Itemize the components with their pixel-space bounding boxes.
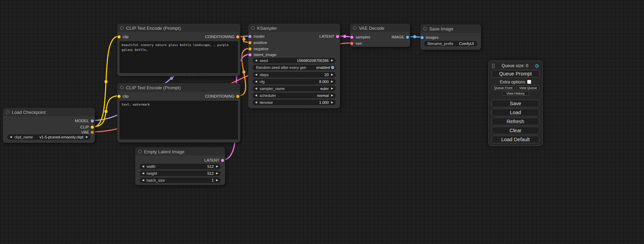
input-dot-latent-image[interactable]: [248, 53, 252, 56]
collapse-dot-icon[interactable]: [138, 150, 142, 153]
toggle-knob-icon[interactable]: [331, 66, 334, 69]
output-dot-image[interactable]: [406, 36, 409, 39]
increment-arrow-icon[interactable]: ▶: [331, 59, 333, 62]
input-dot-images[interactable]: [421, 36, 424, 39]
node-save-image[interactable]: Save Image images filename_prefix ComfyU…: [420, 24, 481, 50]
input-dot-positive[interactable]: [248, 41, 252, 44]
output-label: CONDITIONING: [205, 35, 235, 39]
increment-arrow-icon[interactable]: ▶: [331, 94, 333, 97]
output-dot-conditioning[interactable]: [236, 95, 239, 98]
drag-handle-icon[interactable]: [492, 63, 495, 68]
settings-gear-icon[interactable]: ⚙: [535, 63, 539, 69]
height-widget[interactable]: ◀ height 512 ▶: [140, 171, 221, 176]
cfg-widget[interactable]: ◀ cfg 8.000 ▶: [253, 79, 336, 84]
wire-midpoint-dot: [105, 80, 108, 83]
output-dot-latent[interactable]: [221, 159, 224, 162]
view-queue-button[interactable]: View Queue: [517, 85, 539, 90]
wire-midpoint-dot: [170, 77, 173, 80]
queue-prompt-button[interactable]: Queue Prompt: [492, 70, 539, 78]
node-empty-latent-image[interactable]: Empty Latent Image LATENT ◀ width 512 ▶ …: [135, 147, 225, 185]
node-title: Empty Latent Image: [144, 149, 184, 154]
increment-arrow-icon[interactable]: ▶: [216, 165, 218, 168]
output-slot-conditioning: CONDITIONING: [117, 34, 240, 39]
decrement-arrow-icon[interactable]: ◀: [255, 101, 257, 104]
filename-prefix-widget[interactable]: filename_prefix ComfyUI: [424, 41, 477, 46]
decrement-arrow-icon[interactable]: ◀: [255, 80, 257, 83]
sampler-name-widget[interactable]: ◀ sampler_name euler ▶: [253, 86, 336, 91]
width-widget[interactable]: ◀ width 512 ▶: [140, 164, 221, 169]
denoise-widget[interactable]: ◀ denoise 1.000 ▶: [253, 100, 336, 105]
output-dot-clip[interactable]: [91, 126, 94, 129]
increment-arrow-icon[interactable]: ▶: [331, 101, 333, 104]
input-dot-negative[interactable]: [248, 47, 252, 51]
view-history-row: View History: [492, 91, 539, 96]
node-title-bar[interactable]: CLIP Text Encode (Prompt): [117, 83, 240, 92]
output-label: LATENT: [319, 34, 334, 38]
increment-arrow-icon[interactable]: ▶: [216, 179, 218, 182]
ckpt-name-widget[interactable]: ◀ ckpt_name v1-5-pruned-emaonly.ckpt ▶: [7, 134, 90, 140]
load-button[interactable]: Load: [492, 109, 539, 116]
output-label: CLIP: [80, 125, 89, 129]
save-button[interactable]: Save: [492, 100, 539, 107]
output-dot-vae[interactable]: [91, 131, 94, 134]
node-title: CLIP Text Encode (Prompt): [126, 85, 181, 90]
decrement-arrow-icon[interactable]: ◀: [255, 94, 257, 97]
random-seed-toggle-widget[interactable]: Random seed after every gen enabled: [253, 65, 336, 70]
scheduler-widget[interactable]: ◀ scheduler normal ▶: [253, 93, 336, 98]
node-load-checkpoint[interactable]: Load Checkpoint MODEL CLIP VAE ◀ ckpt_na…: [3, 108, 95, 143]
steps-widget[interactable]: ◀ steps 20 ▶: [253, 72, 336, 78]
node-title-bar[interactable]: CLIP Text Encode (Prompt): [117, 24, 240, 32]
node-ksampler[interactable]: KSampler model positive negative latent_…: [248, 24, 340, 108]
input-slot-images: images: [421, 35, 481, 40]
collapse-dot-icon[interactable]: [120, 86, 124, 89]
decrement-arrow-icon[interactable]: ◀: [142, 172, 144, 175]
node-clip-text-encode-positive[interactable]: CLIP Text Encode (Prompt) clip CONDITION…: [117, 24, 240, 76]
widget-label: ckpt_name: [14, 135, 33, 139]
prompt-text-input[interactable]: text, watermark: [120, 101, 238, 139]
collapse-dot-icon[interactable]: [423, 27, 427, 30]
node-title-bar[interactable]: Save Image: [421, 25, 481, 33]
decrement-arrow-icon[interactable]: ◀: [255, 73, 257, 76]
clear-button[interactable]: Clear: [492, 127, 539, 134]
output-slot-model: MODEL: [3, 118, 95, 124]
output-slot-clip: CLIP: [3, 124, 95, 130]
view-history-button[interactable]: View History: [502, 91, 529, 96]
output-dot-conditioning[interactable]: [236, 35, 239, 38]
node-title-bar[interactable]: KSampler: [248, 24, 340, 32]
node-title-bar[interactable]: VAE Decode: [350, 24, 410, 32]
output-dot-latent[interactable]: [336, 35, 339, 38]
widget-value: 20: [325, 73, 329, 77]
increment-arrow-icon[interactable]: ▶: [331, 73, 333, 76]
decrement-arrow-icon[interactable]: ◀: [142, 165, 144, 168]
collapse-dot-icon[interactable]: [6, 110, 9, 114]
prompt-text-input[interactable]: beautiful scenery nature glass bottle la…: [120, 41, 238, 73]
decrement-arrow-icon[interactable]: ◀: [255, 59, 257, 62]
input-dot-vae[interactable]: [350, 42, 353, 45]
batch-size-widget[interactable]: ◀ batch_size 1 ▶: [140, 178, 221, 183]
collapse-dot-icon[interactable]: [353, 26, 356, 30]
collapse-dot-icon[interactable]: [120, 26, 124, 30]
decrement-arrow-icon[interactable]: ◀: [255, 87, 257, 90]
increment-arrow-icon[interactable]: ▶: [331, 80, 333, 83]
node-graph-canvas[interactable]: Load Checkpoint MODEL CLIP VAE ◀ ckpt_na…: [0, 0, 644, 244]
extra-options-checkbox[interactable]: [527, 80, 531, 84]
output-dot-model[interactable]: [91, 119, 94, 123]
node-clip-text-encode-negative[interactable]: CLIP Text Encode (Prompt) clip CONDITION…: [117, 83, 240, 143]
queue-size-label: Queue size: 0: [495, 63, 535, 68]
widget-label: width: [147, 164, 156, 169]
refresh-button[interactable]: Refresh: [492, 118, 539, 125]
decrement-arrow-icon[interactable]: ◀: [10, 136, 12, 138]
seed-widget[interactable]: ◀ seed 156680208700286 ▶: [253, 58, 336, 63]
node-title-bar[interactable]: Load Checkpoint: [3, 108, 95, 116]
node-vae-decode[interactable]: VAE Decode samples vae IMAGE: [350, 24, 410, 47]
output-label: LATENT: [204, 158, 219, 162]
increment-arrow-icon[interactable]: ▶: [331, 87, 333, 90]
load-default-button[interactable]: Load Default: [492, 136, 539, 143]
node-title-bar[interactable]: Empty Latent Image: [135, 147, 225, 156]
increment-arrow-icon[interactable]: ▶: [86, 136, 88, 138]
queue-front-button[interactable]: Queue Front: [492, 85, 515, 90]
decrement-arrow-icon[interactable]: ◀: [142, 179, 144, 182]
increment-arrow-icon[interactable]: ▶: [216, 172, 218, 175]
collapse-dot-icon[interactable]: [251, 26, 255, 30]
wire-midpoint-dot: [413, 35, 416, 38]
